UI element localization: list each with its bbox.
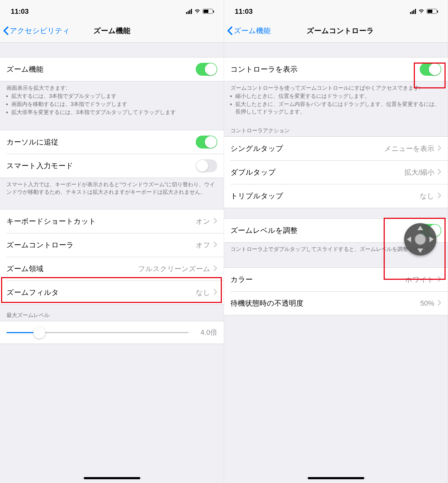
back-label: ズーム機能 [234,26,271,36]
color-value: ホワイト [405,275,434,284]
zoom-switch[interactable] [196,63,217,76]
zoom-controller-value: オフ [196,240,210,250]
status-icons [186,7,213,16]
zoom-controller-screen: 11:03 ズーム機能 ズームコントローラ コントローラを表示 ズームコントロー… [224,0,448,483]
zoom-region-row[interactable]: ズーム領域 フルスクリーンズーム [0,257,224,281]
single-tap-row[interactable]: シングルタップ メニューを表示 [224,137,448,160]
zoom-controller-label: ズームコントローラ [6,240,74,250]
chevron-left-icon [227,26,233,35]
chevron-right-icon [438,168,441,177]
max-zoom-slider[interactable] [6,332,189,333]
adjust-zoom-label: ズームレベルを調整 [230,226,298,235]
color-label: カラー [230,275,253,284]
show-controller-row[interactable]: コントローラを表示 [224,57,448,81]
zoom-settings-screen: 11:03 アクセシビリティ ズーム機能 ズーム機能 画面表示を拡大できます: … [0,0,224,483]
controller-center-icon [414,233,426,245]
nav-bar: ズーム機能 ズームコントローラ [224,19,448,43]
controller-actions-header: コントローラアクション [224,119,448,136]
chevron-right-icon [214,217,217,226]
show-controller-help: ズームコントローラを使ってズームコントロールにすばやくアクセスできます: 縮小し… [224,81,448,119]
single-tap-label: シングルタップ [230,144,283,153]
cellular-icon [186,9,192,14]
triple-tap-value: なし [420,191,434,201]
double-tap-label: ダブルタップ [230,167,276,177]
smart-typing-label: スマート入力モード [6,161,73,171]
status-time: 11:03 [11,7,29,16]
nav-bar: アクセシビリティ ズーム機能 [0,19,224,43]
chevron-right-icon [214,265,217,273]
double-tap-row[interactable]: ダブルタップ 拡大/縮小 [224,160,448,184]
home-indicator[interactable] [84,477,140,479]
zoom-controller-row[interactable]: ズームコントローラ オフ [0,233,224,257]
keyboard-shortcut-value: オン [196,217,210,226]
status-bar: 11:03 [0,0,224,19]
max-zoom-row: 4.0倍 [0,321,224,344]
status-time: 11:03 [235,7,253,16]
opacity-value: 50% [420,299,434,308]
smart-typing-switch[interactable] [196,159,217,172]
cellular-icon [410,9,416,14]
chevron-left-icon [3,26,9,35]
triple-tap-label: トリプルタップ [230,191,283,201]
max-zoom-header: 最大ズームレベル [0,305,224,321]
zoom-controller-widget[interactable] [404,223,436,256]
max-zoom-value: 4.0倍 [193,328,217,337]
zoom-filter-row[interactable]: ズームフィルタ なし [0,281,224,304]
show-controller-switch[interactable] [420,63,441,76]
follow-cursor-label: カーソルに追従 [6,137,58,147]
arrow-down-icon [417,249,423,253]
follow-cursor-switch[interactable] [196,136,217,149]
back-button[interactable]: ズーム機能 [227,26,271,36]
color-row[interactable]: カラー ホワイト [224,268,448,291]
chevron-right-icon [438,192,441,200]
status-icons [410,7,437,16]
page-title: ズームコントローラ [307,26,374,36]
opacity-row[interactable]: 待機状態時の不透明度 50% [224,291,448,315]
wifi-icon [418,7,425,16]
double-tap-value: 拡大/縮小 [404,168,434,177]
wifi-icon [194,7,201,16]
keyboard-shortcut-label: キーボードショートカット [6,216,96,226]
battery-icon [203,9,213,14]
zoom-toggle-row[interactable]: ズーム機能 [0,57,224,81]
follow-cursor-row[interactable]: カーソルに追従 [0,130,224,154]
zoom-region-label: ズーム領域 [6,264,43,274]
chevron-right-icon [214,288,217,297]
triple-tap-row[interactable]: トリプルタップ なし [224,184,448,208]
smart-typing-help: スマート入力では、キーボードが表示されると"ウインドウズーム"に切り替わり、ウイ… [0,178,224,198]
zoom-filter-label: ズームフィルタ [6,288,59,297]
home-indicator[interactable] [308,477,364,479]
page-title: ズーム機能 [93,26,130,36]
chevron-right-icon [438,275,441,284]
chevron-right-icon [214,241,217,249]
battery-icon [427,9,437,14]
back-button[interactable]: アクセシビリティ [3,26,70,36]
single-tap-value: メニューを表示 [384,144,434,153]
show-controller-label: コントローラを表示 [230,64,298,74]
arrow-left-icon [407,236,411,242]
arrow-right-icon [429,236,434,242]
zoom-toggle-label: ズーム機能 [6,64,43,74]
chevron-right-icon [438,299,441,308]
opacity-label: 待機状態時の不透明度 [230,298,303,308]
keyboard-shortcut-row[interactable]: キーボードショートカット オン [0,209,224,233]
zoom-filter-value: なし [196,288,210,297]
zoom-region-value: フルスクリーンズーム [138,264,210,274]
back-label: アクセシビリティ [10,26,70,36]
chevron-right-icon [438,144,441,153]
smart-typing-row[interactable]: スマート入力モード [0,154,224,178]
arrow-up-icon [417,226,423,230]
zoom-help-text: 画面表示を拡大できます: 拡大するには、3本指でダブルタップします 画面内を移動… [0,81,224,119]
status-bar: 11:03 [224,0,448,19]
